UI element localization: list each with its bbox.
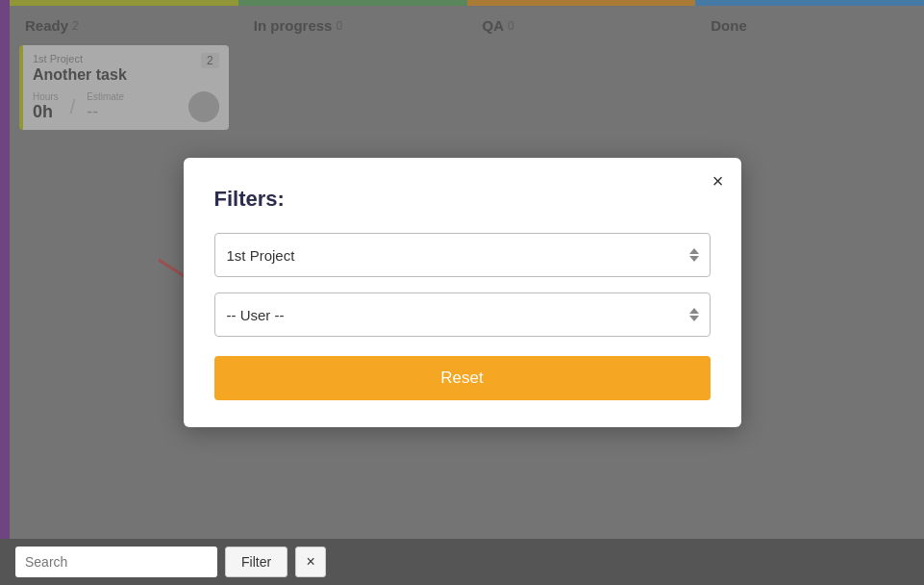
clear-filter-button[interactable]: ×	[295, 547, 326, 577]
modal-close-button[interactable]: ×	[712, 171, 724, 191]
search-input[interactable]	[15, 547, 217, 577]
modal-title: Filters:	[214, 187, 711, 212]
filter-button[interactable]: Filter	[225, 547, 287, 577]
project-select[interactable]: 1st Project 2nd Project	[214, 233, 711, 277]
project-select-wrapper: 1st Project 2nd Project	[214, 233, 711, 277]
reset-button[interactable]: Reset	[214, 356, 711, 400]
bottom-bar: Filter ×	[0, 539, 924, 585]
user-select[interactable]: -- User -- User 1	[214, 292, 711, 337]
filters-modal: × Filters: 1st Project 2nd Project -- Us…	[184, 158, 741, 427]
user-select-wrapper: -- User -- User 1	[214, 292, 711, 337]
